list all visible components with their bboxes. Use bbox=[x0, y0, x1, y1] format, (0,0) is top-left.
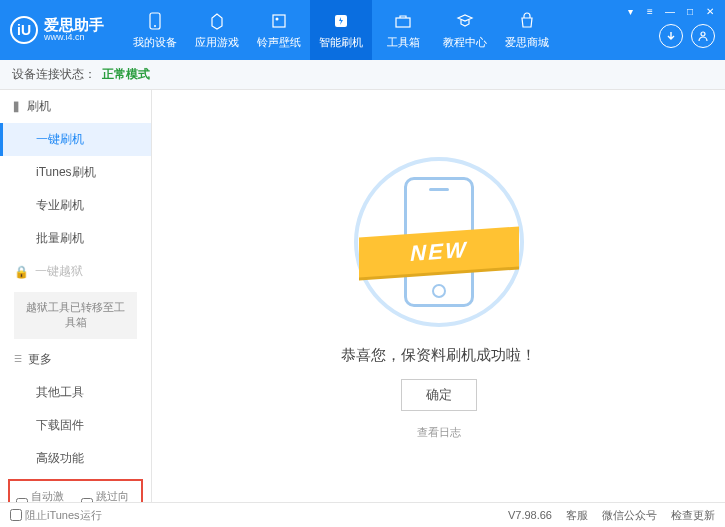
settings-icon[interactable]: ≡ bbox=[641, 4, 659, 18]
nav-my-device[interactable]: 我的设备 bbox=[124, 0, 186, 60]
status-label: 设备连接状态： bbox=[12, 66, 96, 83]
view-log-link[interactable]: 查看日志 bbox=[417, 425, 461, 440]
svg-point-6 bbox=[701, 32, 705, 36]
svg-point-1 bbox=[154, 25, 156, 27]
block-itunes-checkbox[interactable]: 阻止iTunes运行 bbox=[10, 508, 102, 523]
footer: 阻止iTunes运行 V7.98.66 客服 微信公众号 检查更新 bbox=[0, 502, 725, 527]
nav-flash[interactable]: 智能刷机 bbox=[310, 0, 372, 60]
tutorial-icon bbox=[455, 11, 475, 31]
download-button[interactable] bbox=[659, 24, 683, 48]
sidebar-item-pro[interactable]: 专业刷机 bbox=[0, 189, 151, 222]
chevron-down-icon: ▋ bbox=[14, 102, 21, 112]
logo-icon: iU bbox=[10, 16, 38, 44]
apps-icon bbox=[207, 11, 227, 31]
auto-activate-checkbox[interactable]: 自动激活 bbox=[16, 489, 71, 502]
lock-icon: 🔒 bbox=[14, 265, 29, 279]
nav-toolbox[interactable]: 工具箱 bbox=[372, 0, 434, 60]
status-bar: 设备连接状态： 正常模式 bbox=[0, 60, 725, 90]
close-icon[interactable]: ✕ bbox=[701, 4, 719, 18]
sidebar-item-oneclick[interactable]: 一键刷机 bbox=[0, 123, 151, 156]
svg-rect-2 bbox=[273, 15, 285, 27]
sidebar-item-other[interactable]: 其他工具 bbox=[0, 376, 151, 409]
flash-icon bbox=[331, 11, 351, 31]
chevron-down-icon: ☰ bbox=[14, 354, 22, 364]
app-logo: iU 爱思助手 www.i4.cn bbox=[10, 16, 104, 44]
success-illustration: NEW bbox=[349, 152, 529, 332]
main-nav: 我的设备 应用游戏 铃声壁纸 智能刷机 工具箱 教程中心 爱思商城 bbox=[124, 0, 558, 60]
version-label: V7.98.66 bbox=[508, 509, 552, 521]
nav-ringtone[interactable]: 铃声壁纸 bbox=[248, 0, 310, 60]
sidebar-item-firmware[interactable]: 下载固件 bbox=[0, 409, 151, 442]
success-message: 恭喜您，保资料刷机成功啦！ bbox=[341, 346, 536, 365]
skip-guide-checkbox[interactable]: 跳过向导 bbox=[81, 489, 136, 502]
svg-rect-5 bbox=[396, 18, 410, 27]
sidebar-group-flash[interactable]: ▋刷机 bbox=[0, 90, 151, 123]
sidebar-item-advanced[interactable]: 高级功能 bbox=[0, 442, 151, 475]
sidebar: ▋刷机 一键刷机 iTunes刷机 专业刷机 批量刷机 🔒一键越狱 越狱工具已转… bbox=[0, 90, 152, 502]
logo-title: 爱思助手 bbox=[44, 17, 104, 34]
window-controls: ▾ ≡ — □ ✕ bbox=[621, 4, 719, 18]
nav-tutorial[interactable]: 教程中心 bbox=[434, 0, 496, 60]
menu-icon[interactable]: ▾ bbox=[621, 4, 639, 18]
update-link[interactable]: 检查更新 bbox=[671, 508, 715, 523]
ok-button[interactable]: 确定 bbox=[401, 379, 477, 411]
sidebar-item-itunes[interactable]: iTunes刷机 bbox=[0, 156, 151, 189]
logo-url: www.i4.cn bbox=[44, 33, 104, 43]
toolbox-icon bbox=[393, 11, 413, 31]
jailbreak-note: 越狱工具已转移至工具箱 bbox=[14, 292, 137, 339]
minimize-icon[interactable]: — bbox=[661, 4, 679, 18]
store-icon bbox=[517, 11, 537, 31]
user-button[interactable] bbox=[691, 24, 715, 48]
nav-store[interactable]: 爱思商城 bbox=[496, 0, 558, 60]
options-box: 自动激活 跳过向导 bbox=[8, 479, 143, 502]
support-link[interactable]: 客服 bbox=[566, 508, 588, 523]
status-value: 正常模式 bbox=[102, 66, 150, 83]
maximize-icon[interactable]: □ bbox=[681, 4, 699, 18]
nav-apps[interactable]: 应用游戏 bbox=[186, 0, 248, 60]
device-icon bbox=[145, 11, 165, 31]
sidebar-group-jailbreak: 🔒一键越狱 bbox=[0, 255, 151, 288]
wechat-link[interactable]: 微信公众号 bbox=[602, 508, 657, 523]
svg-point-3 bbox=[276, 17, 279, 20]
app-header: iU 爱思助手 www.i4.cn 我的设备 应用游戏 铃声壁纸 智能刷机 工具… bbox=[0, 0, 725, 60]
main-content: NEW 恭喜您，保资料刷机成功啦！ 确定 查看日志 bbox=[152, 90, 725, 502]
sidebar-group-more[interactable]: ☰更多 bbox=[0, 343, 151, 376]
sidebar-item-batch[interactable]: 批量刷机 bbox=[0, 222, 151, 255]
wallpaper-icon bbox=[269, 11, 289, 31]
